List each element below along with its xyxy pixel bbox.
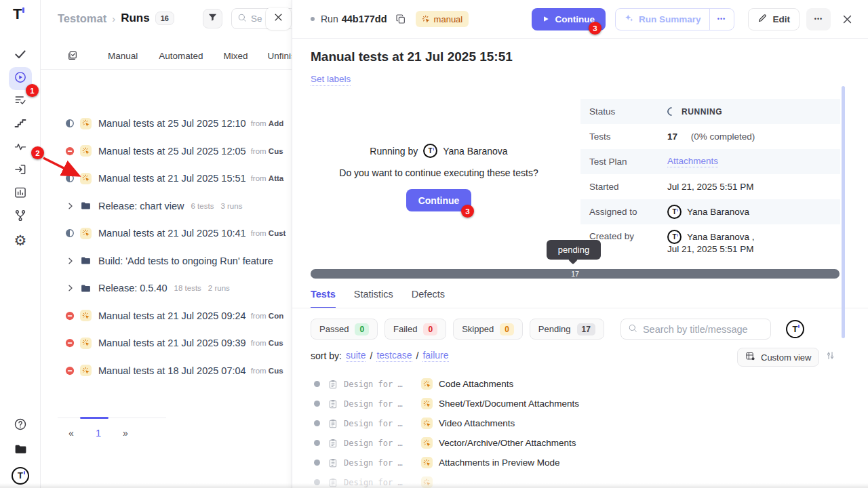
tab-mixed[interactable]: Mixed [224, 51, 248, 61]
manual-test-icon [421, 378, 433, 390]
panel-scrollbar[interactable] [842, 86, 845, 338]
started-value: Jul 21, 2025 5:51 PM [667, 182, 754, 192]
rail-item-help[interactable] [0, 413, 41, 438]
chevron-right-icon[interactable] [66, 257, 75, 265]
clipboard-icon [328, 458, 338, 468]
pagination-page-1[interactable]: 1 [85, 428, 112, 439]
manual-test-icon [421, 398, 433, 409]
tab-statistics[interactable]: Statistics [354, 289, 393, 308]
help-icon [14, 418, 27, 434]
runs-count-badge: 16 [155, 12, 174, 25]
test-list-item[interactable]: Design for … Video Attachments [311, 413, 850, 433]
tests-count: 17 [667, 131, 677, 142]
assignee-logo-icon[interactable]: T [786, 320, 804, 338]
suite-prefix: Design for … [344, 399, 414, 409]
run-type-badge: manual [416, 11, 469, 27]
run-list-item[interactable]: Manual tests at 18 Jul 2025 07:04 from C… [41, 357, 292, 385]
run-list-item[interactable]: Manual tests at 21 Jul 2025 09:39 from C… [41, 329, 292, 357]
pencil-icon [757, 13, 768, 25]
clipboard-icon [328, 399, 338, 409]
run-title: Manual tests at 21 Jul 2025 09:24 [98, 310, 246, 321]
test-title: Sheet/Text/Document Attachments [439, 399, 579, 409]
tests-search-input[interactable] [643, 324, 764, 335]
run-id: 44b177dd [342, 14, 387, 24]
rail-item-steps[interactable] [0, 113, 41, 136]
chevron-right-icon[interactable] [66, 284, 75, 292]
folder-list-item[interactable]: Build: 'Add tests to ongoing Run' featur… [41, 247, 292, 275]
rail-item-branches[interactable] [0, 205, 41, 228]
test-status-pending-icon [314, 479, 320, 485]
created-by-user: Yana Baranova , [687, 232, 755, 242]
set-labels-link[interactable]: Set labels [311, 74, 351, 86]
rail-item-reports[interactable] [0, 182, 41, 205]
skipped-count-badge: 0 [500, 323, 514, 336]
run-title: Manual tests at 21 Jul 2025 15:51 [98, 173, 246, 184]
clipboard-icon [328, 478, 338, 487]
filter-pending[interactable]: Pending 17 [530, 319, 604, 340]
filter-passed[interactable]: Passed 0 [311, 319, 378, 340]
run-list-item[interactable]: Manual tests at 25 Jul 2025 12:10 from A… [41, 110, 292, 138]
rail-item-settings[interactable]: ⚙ [0, 228, 41, 251]
test-plan-link[interactable]: Attachments [667, 156, 718, 167]
tests-search[interactable] [620, 319, 771, 340]
status-value: RUNNING [682, 107, 722, 117]
annotation-step-3-header: 3 [589, 22, 601, 35]
filter-button[interactable] [203, 9, 222, 28]
run-summary-button[interactable]: Run Summary [616, 9, 709, 30]
info-row-status: Status RUNNING [580, 99, 840, 124]
test-list-item[interactable]: Design for … [311, 472, 850, 488]
test-title: Video Attachments [439, 418, 515, 428]
run-source: from Add [251, 119, 284, 127]
test-list-item[interactable]: Design for … Attachments in Preview Mode [311, 453, 850, 472]
rail-item-import[interactable] [0, 159, 41, 182]
sort-failure-link[interactable]: failure [422, 350, 448, 362]
chevron-right-icon[interactable] [66, 202, 75, 210]
tab-tests[interactable]: Tests [311, 289, 336, 308]
run-progress-bar[interactable]: 17 [311, 269, 840, 279]
tab-defects[interactable]: Defects [412, 289, 445, 308]
sort-testcase-link[interactable]: testcase [376, 350, 412, 362]
clipboard-icon [328, 419, 338, 428]
test-list: Design for … Code Attachments Design for… [311, 374, 850, 488]
test-list-item[interactable]: Design for … Vector/Archive/Other Attach… [311, 433, 850, 453]
pagination-first-button[interactable]: « [58, 428, 85, 439]
run-detail-title: Manual tests at 21 Jul 2025 15:51 [311, 49, 513, 64]
filter-skipped[interactable]: Skipped 0 [453, 319, 523, 340]
breadcrumb-app[interactable]: Testomat [58, 12, 106, 25]
manual-test-icon [421, 437, 433, 449]
folder-list-item[interactable]: Release: chart view 6 tests 3 runs [41, 192, 292, 220]
continue-question: Do you want to continue executing these … [311, 167, 567, 178]
tab-automated[interactable]: Automated [159, 51, 203, 61]
run-summary-more-button[interactable]: ••• [709, 9, 734, 30]
view-options-icon[interactable] [825, 350, 835, 361]
test-list-item[interactable]: Design for … Sheet/Text/Document Attachm… [311, 394, 850, 413]
breadcrumb: Testomat › Runs 16 [58, 12, 174, 25]
edit-run-button[interactable]: Edit [748, 8, 800, 30]
select-runs-icon[interactable] [67, 50, 78, 61]
pagination-last-button[interactable]: » [112, 428, 139, 439]
run-list-item[interactable]: Manual tests at 21 Jul 2025 09:24 from C… [41, 302, 292, 330]
run-source: from Con [251, 312, 284, 320]
play-icon [542, 14, 549, 24]
sort-suite-link[interactable]: suite [346, 350, 366, 362]
folder-runs-count: 2 runs [208, 284, 230, 292]
run-source: from Cus [251, 367, 283, 375]
rail-item-tests[interactable] [0, 44, 41, 67]
close-panel-button[interactable] [842, 14, 853, 25]
tab-manual[interactable]: Manual [108, 51, 138, 61]
folder-list-item[interactable]: Release: 0.5.40 18 tests 2 runs [41, 274, 292, 302]
custom-view-button[interactable]: Custom view [737, 348, 819, 367]
manual-cursor-icon [422, 15, 431, 24]
rail-item-projects[interactable] [0, 438, 41, 463]
run-list-item[interactable]: Manual tests at 21 Jul 2025 10:41 from C… [41, 220, 292, 247]
suite-prefix: Design for … [344, 458, 414, 468]
filter-failed[interactable]: Failed 0 [384, 319, 446, 340]
app-logo[interactable]: T [13, 7, 22, 22]
clear-search-button[interactable] [266, 7, 291, 30]
rail-item-account[interactable]: T [0, 463, 41, 488]
folder-tests-count: 18 tests [174, 284, 201, 292]
test-list-item[interactable]: Design for … Code Attachments [311, 374, 850, 394]
run-more-actions-button[interactable]: ••• [806, 8, 831, 30]
pagination-divider [58, 418, 166, 418]
copy-run-id-button[interactable] [395, 14, 406, 24]
